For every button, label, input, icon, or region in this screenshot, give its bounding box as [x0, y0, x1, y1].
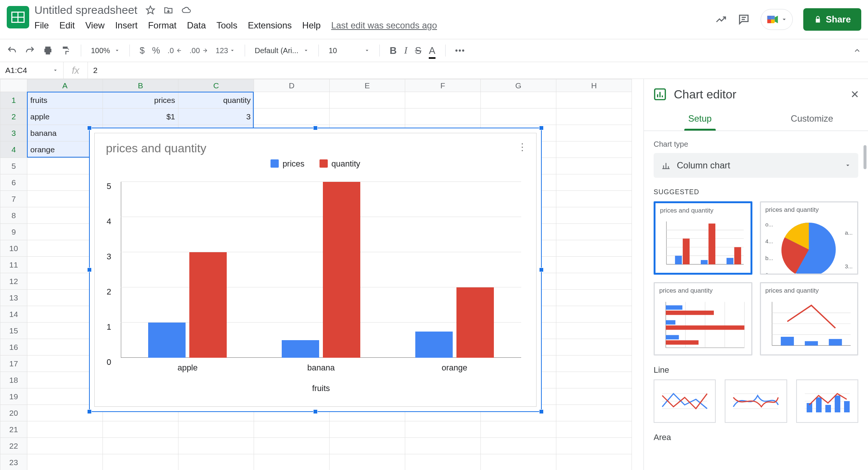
font-family-select[interactable]: Default (Ari...: [255, 46, 309, 55]
cell-G22[interactable]: [481, 438, 556, 454]
cell-H23[interactable]: [556, 454, 632, 470]
menu-format[interactable]: Format: [148, 20, 177, 31]
cell-G21[interactable]: [481, 421, 556, 438]
cell-H6[interactable]: [556, 174, 632, 191]
cell-E2[interactable]: [330, 109, 405, 125]
row-header-4[interactable]: 4: [0, 141, 27, 158]
undo-button[interactable]: [7, 45, 17, 56]
cell-H17[interactable]: [556, 355, 632, 372]
cell-H5[interactable]: [556, 158, 632, 174]
column-header-D[interactable]: D: [254, 79, 330, 92]
cell-A21[interactable]: [27, 421, 103, 438]
cell-D2[interactable]: [254, 109, 330, 125]
tab-customize[interactable]: Customize: [756, 108, 868, 131]
menu-help[interactable]: Help: [302, 20, 321, 31]
tab-setup[interactable]: Setup: [644, 108, 756, 131]
cell-F21[interactable]: [405, 421, 481, 438]
cell-B2[interactable]: $1: [103, 109, 178, 125]
menu-data[interactable]: Data: [187, 20, 206, 31]
cell-A23[interactable]: [27, 454, 103, 470]
paint-format-button[interactable]: [61, 45, 71, 56]
cell-B22[interactable]: [103, 438, 178, 454]
row-header-5[interactable]: 5: [0, 158, 27, 174]
suggested-pie-chart[interactable]: prices and quantity o...4...b...2... a..…: [760, 201, 859, 275]
spreadsheet-grid[interactable]: ABCDEFGH1fruitspricesquantity2apple$133b…: [0, 79, 644, 470]
row-header-15[interactable]: 15: [0, 323, 27, 339]
suggested-column-chart[interactable]: prices and quantity: [654, 201, 752, 275]
cell-A22[interactable]: [27, 438, 103, 454]
cell-H9[interactable]: [556, 224, 632, 240]
menu-view[interactable]: View: [85, 20, 105, 31]
cell-F1[interactable]: [405, 92, 481, 109]
cell-D23[interactable]: [254, 454, 330, 470]
cell-H13[interactable]: [556, 290, 632, 306]
row-header-3[interactable]: 3: [0, 125, 27, 141]
cell-A1[interactable]: fruits: [27, 92, 103, 109]
cell-C1[interactable]: quantity: [178, 92, 254, 109]
suggested-combo-chart[interactable]: prices and quantity: [760, 282, 859, 355]
cell-H8[interactable]: [556, 207, 632, 224]
cell-A2[interactable]: apple: [27, 109, 103, 125]
font-size-select[interactable]: 10: [328, 46, 370, 55]
cell-H11[interactable]: [556, 257, 632, 273]
activity-icon[interactable]: [715, 13, 727, 25]
column-header-F[interactable]: F: [405, 79, 481, 92]
cell-D1[interactable]: [254, 92, 330, 109]
more-toolbar-button[interactable]: •••: [455, 46, 465, 55]
cell-H15[interactable]: [556, 323, 632, 339]
suggested-bar-chart[interactable]: prices and quantity: [654, 282, 752, 355]
bold-button[interactable]: B: [389, 45, 397, 57]
row-header-17[interactable]: 17: [0, 355, 27, 372]
sheets-logo-icon[interactable]: [7, 6, 29, 28]
cell-F2[interactable]: [405, 109, 481, 125]
print-button[interactable]: [43, 45, 53, 56]
row-header-22[interactable]: 22: [0, 438, 27, 454]
cell-H16[interactable]: [556, 339, 632, 355]
cell-H14[interactable]: [556, 306, 632, 323]
menu-file[interactable]: File: [34, 20, 49, 31]
column-header-B[interactable]: B: [103, 79, 178, 92]
row-header-13[interactable]: 13: [0, 290, 27, 306]
column-header-E[interactable]: E: [330, 79, 405, 92]
star-icon[interactable]: [146, 5, 155, 15]
row-header-23[interactable]: 23: [0, 454, 27, 470]
row-header-2[interactable]: 2: [0, 109, 27, 125]
cell-C22[interactable]: [178, 438, 254, 454]
cell-F23[interactable]: [405, 454, 481, 470]
cell-H18[interactable]: [556, 372, 632, 388]
format-percent-button[interactable]: %: [152, 45, 160, 56]
move-folder-icon[interactable]: [163, 5, 173, 15]
cell-G1[interactable]: [481, 92, 556, 109]
row-header-11[interactable]: 11: [0, 257, 27, 273]
zoom-select[interactable]: 100%: [91, 46, 120, 55]
cell-D22[interactable]: [254, 438, 330, 454]
cell-E23[interactable]: [330, 454, 405, 470]
cell-C21[interactable]: [178, 421, 254, 438]
menu-extensions[interactable]: Extensions: [248, 20, 291, 31]
share-button[interactable]: Share: [803, 8, 861, 31]
text-color-button[interactable]: A: [429, 45, 435, 57]
cell-H12[interactable]: [556, 273, 632, 290]
cell-B23[interactable]: [103, 454, 178, 470]
document-title[interactable]: Untitled spreadsheet: [34, 4, 137, 16]
cell-F22[interactable]: [405, 438, 481, 454]
row-header-16[interactable]: 16: [0, 339, 27, 355]
row-header-7[interactable]: 7: [0, 191, 27, 207]
cell-D21[interactable]: [254, 421, 330, 438]
cell-E1[interactable]: [330, 92, 405, 109]
redo-button[interactable]: [25, 45, 35, 56]
cell-B21[interactable]: [103, 421, 178, 438]
collapse-toolbar-button[interactable]: [853, 46, 861, 55]
chart-menu-button[interactable]: ⋮: [517, 141, 527, 153]
column-header-G[interactable]: G: [481, 79, 556, 92]
last-edit-link[interactable]: Last edit was seconds ago: [331, 20, 437, 31]
cell-H22[interactable]: [556, 438, 632, 454]
menu-edit[interactable]: Edit: [59, 20, 75, 31]
cell-H4[interactable]: [556, 141, 632, 158]
row-header-20[interactable]: 20: [0, 405, 27, 421]
menu-tools[interactable]: Tools: [216, 20, 237, 31]
line-chart-option-1[interactable]: [654, 379, 716, 423]
row-header-12[interactable]: 12: [0, 273, 27, 290]
cell-E21[interactable]: [330, 421, 405, 438]
decrease-decimals-button[interactable]: .0: [168, 46, 182, 55]
